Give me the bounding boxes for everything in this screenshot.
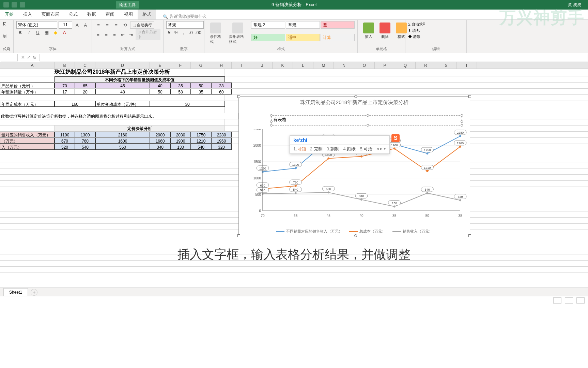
column-header[interactable]: H: [211, 62, 232, 69]
style-neutral[interactable]: 适中: [286, 34, 320, 41]
tab-review[interactable]: 审阅: [101, 9, 119, 19]
chart-handle-n[interactable]: [354, 95, 357, 98]
column-header[interactable]: O: [354, 62, 375, 69]
increase-font-icon[interactable]: A: [74, 21, 81, 29]
decrease-font-icon[interactable]: A: [82, 21, 89, 29]
delete-cells-button[interactable]: 删除: [377, 21, 393, 41]
ime-candidates[interactable]: 1.可知2.克制3.刻制4.刻纸5.可治 ◂ ▸ ▾: [290, 145, 389, 153]
style-calc[interactable]: 计算: [321, 34, 355, 41]
percent-icon[interactable]: %: [173, 29, 179, 36]
textbox-handle[interactable]: [270, 124, 273, 127]
confirm-formula-icon[interactable]: ✓: [27, 55, 31, 60]
merge-button[interactable]: ⊞ 合并后居中: [136, 29, 160, 40]
style-bad[interactable]: 差: [321, 21, 355, 29]
tell-me-search[interactable]: 🔍 告诉我你想要做什么: [163, 14, 206, 19]
style-normal2[interactable]: 常规 2: [251, 21, 285, 29]
font-size-select[interactable]: [59, 21, 72, 29]
chart-handle-sw[interactable]: [237, 234, 240, 237]
tab-layout[interactable]: 页面布局: [37, 9, 64, 19]
cut-button[interactable]: 切: [3, 21, 11, 26]
sheet-tab-sheet1[interactable]: Sheet1: [3, 288, 28, 296]
align-top-icon[interactable]: ≡: [95, 21, 102, 29]
wrap-text-button[interactable]: ⬚ 自动换行: [130, 21, 154, 29]
ime-popup[interactable]: S ke'zhi 1.可知2.克制3.刻制4.刻纸5.可治 ◂ ▸ ▾: [290, 135, 390, 154]
textbox-handle[interactable]: [461, 120, 463, 123]
name-box[interactable]: [1, 54, 18, 61]
orientation-icon[interactable]: ⟲: [121, 21, 129, 29]
textbox-handle[interactable]: [270, 120, 273, 123]
chart-handle-se[interactable]: [468, 234, 471, 237]
column-header[interactable]: G: [191, 62, 211, 69]
currency-icon[interactable]: ¥: [166, 29, 172, 36]
font-name-select[interactable]: [16, 21, 57, 29]
chart-handle-s[interactable]: [354, 234, 357, 237]
bold-icon[interactable]: B: [16, 29, 24, 36]
cancel-formula-icon[interactable]: ✕: [21, 55, 25, 60]
brush-button[interactable]: 式刷: [3, 46, 11, 51]
number-format-select[interactable]: [166, 21, 204, 29]
align-right-icon[interactable]: ≡: [111, 31, 118, 38]
ime-candidate[interactable]: 1.可知: [293, 146, 306, 152]
column-header[interactable]: E: [150, 62, 170, 69]
column-header[interactable]: S: [436, 62, 457, 69]
indent-decrease-icon[interactable]: ⇤: [119, 31, 126, 38]
style-good[interactable]: 好: [251, 34, 285, 41]
ime-candidate[interactable]: 2.克制: [310, 146, 323, 152]
chart-handle-nw[interactable]: [237, 95, 240, 98]
textbox-handle[interactable]: [367, 124, 369, 127]
legend-item-profit[interactable]: 销售收入（万元）: [392, 229, 433, 234]
column-header[interactable]: R: [416, 62, 436, 69]
embedded-chart[interactable]: 珠江奶制品公司2018年新产品上市定价决策分析 有表格 050010001500…: [238, 96, 470, 236]
column-header[interactable]: D: [95, 62, 150, 69]
fx-icon[interactable]: fx: [33, 55, 36, 60]
formula-input[interactable]: [40, 54, 588, 61]
clear-button[interactable]: ◆ 清除: [408, 33, 464, 40]
chart-title[interactable]: 珠江奶制品公司2018年新产品上市定价决策分析: [239, 97, 470, 108]
fill-button[interactable]: ⬇ 填充: [408, 27, 464, 33]
table-format-button[interactable]: 套用表格格式: [226, 21, 249, 46]
fill-color-icon[interactable]: ◆: [52, 29, 59, 36]
insert-cells-button[interactable]: 插入: [360, 21, 377, 41]
chart-legend[interactable]: 不同销量对应的销售收入（万元） 总成本（万元） 销售收入（万元）: [239, 229, 470, 234]
chart-handle-ne[interactable]: [468, 95, 471, 98]
column-header[interactable]: K: [273, 62, 293, 69]
tab-start[interactable]: 开始: [0, 9, 18, 19]
increase-decimal-icon[interactable]: .0: [188, 29, 194, 36]
normal-view-icon[interactable]: [553, 297, 561, 304]
undo-icon[interactable]: [12, 2, 17, 8]
column-header[interactable]: I: [232, 62, 252, 69]
font-color-icon[interactable]: A: [61, 29, 68, 36]
column-header[interactable]: L: [293, 62, 313, 69]
select-all-corner[interactable]: [0, 62, 10, 69]
page-layout-view-icon[interactable]: [565, 297, 573, 304]
legend-item-cost[interactable]: 总成本（万元）: [349, 229, 386, 234]
add-sheet-button[interactable]: +: [31, 289, 37, 296]
textbox-handle[interactable]: [461, 114, 463, 117]
tab-formula[interactable]: 公式: [64, 9, 82, 19]
ime-candidate[interactable]: 4.刻纸: [343, 146, 356, 152]
border-icon[interactable]: ▦: [43, 29, 50, 36]
align-middle-icon[interactable]: ≡: [104, 21, 111, 29]
align-center-icon[interactable]: ≡: [103, 31, 110, 38]
comma-icon[interactable]: ,: [181, 29, 186, 36]
textbox-handle[interactable]: [461, 124, 463, 127]
legend-item-revenue[interactable]: 不同销量对应的销售收入（万元）: [276, 229, 342, 234]
save-icon[interactable]: [3, 2, 9, 8]
tab-format[interactable]: 格式: [138, 9, 156, 19]
page-break-view-icon[interactable]: [576, 297, 585, 304]
chart-textbox[interactable]: 有表格: [271, 115, 462, 126]
tab-data[interactable]: 数据: [82, 9, 101, 19]
column-header[interactable]: P: [375, 62, 395, 69]
ime-nav-icons[interactable]: ◂ ▸ ▾: [376, 146, 386, 152]
column-header[interactable]: Q: [395, 62, 416, 69]
autosum-button[interactable]: Σ 自动求和: [408, 21, 464, 27]
textbox-handle[interactable]: [270, 114, 273, 117]
conditional-format-button[interactable]: 条件格式: [207, 21, 224, 46]
underline-icon[interactable]: U: [34, 29, 42, 36]
tab-insert[interactable]: 插入: [18, 9, 37, 19]
column-header[interactable]: C: [75, 62, 95, 69]
style-normal[interactable]: 常规: [286, 21, 320, 29]
redo-icon[interactable]: [20, 2, 25, 8]
column-header[interactable]: A: [10, 62, 55, 69]
italic-icon[interactable]: I: [25, 29, 33, 36]
